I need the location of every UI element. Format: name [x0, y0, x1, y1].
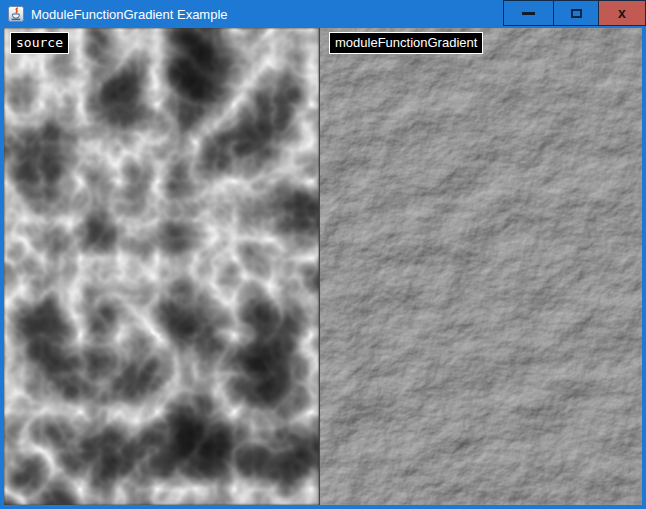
close-button[interactable]: x: [599, 0, 646, 26]
source-label: source: [10, 32, 69, 54]
minimize-icon: [522, 12, 535, 15]
titlebar[interactable]: ModuleFunctionGradient Example x: [0, 0, 646, 28]
maximize-button[interactable]: [553, 0, 599, 26]
app-window: ModuleFunctionGradient Example x: [0, 0, 646, 509]
source-texture: [4, 28, 319, 505]
close-icon: x: [618, 6, 626, 20]
maximize-icon: [571, 9, 582, 18]
source-panel: source: [4, 28, 319, 505]
java-coffee-icon: [8, 6, 24, 22]
minimize-button[interactable]: [503, 0, 553, 26]
gradient-label: moduleFunctionGradient: [329, 32, 483, 54]
gradient-panel: moduleFunctionGradient: [319, 28, 642, 505]
module-function-gradient-texture: [320, 28, 642, 505]
content-area: source: [4, 28, 642, 505]
window-controls: x: [503, 0, 646, 26]
